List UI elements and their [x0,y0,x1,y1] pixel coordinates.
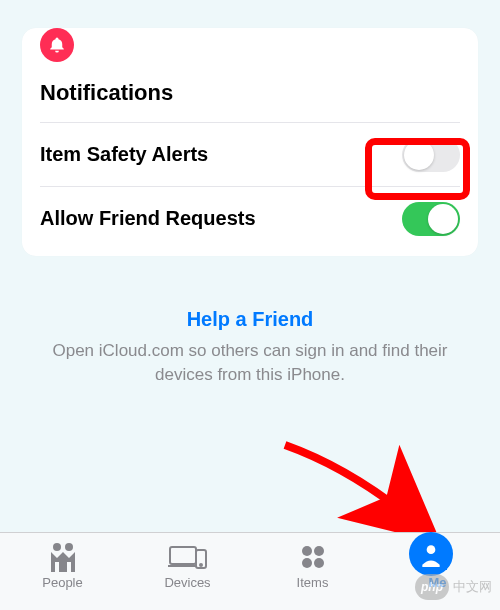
svg-rect-2 [170,547,196,564]
tab-people[interactable]: People [23,541,103,590]
notifications-card: Notifications Item Safety Alerts Allow F… [22,28,478,256]
svg-point-7 [314,546,324,556]
watermark-badge: php [415,574,449,600]
tab-label: Devices [164,575,210,590]
watermark: php 中文网 [415,574,492,600]
me-icon [424,541,452,573]
help-a-friend-link[interactable]: Help a Friend [187,308,314,331]
tab-devices[interactable]: Devices [148,541,228,590]
watermark-text: 中文网 [453,578,492,596]
row-allow-friend-requests: Allow Friend Requests [40,186,460,250]
svg-point-8 [302,558,312,568]
tab-label: People [42,575,82,590]
items-icon [300,541,326,573]
svg-point-0 [53,543,61,551]
toggle-knob [428,204,458,234]
people-icon [46,541,80,573]
svg-point-9 [314,558,324,568]
devices-icon [168,541,208,573]
row-label: Allow Friend Requests [40,207,256,230]
help-section: Help a Friend Open iCloud.com so others … [0,308,500,387]
bell-icon [40,28,74,62]
toggle-allow-friend-requests[interactable] [402,202,460,236]
tab-label: Items [297,575,329,590]
toggle-item-safety-alerts[interactable] [402,138,460,172]
svg-point-11 [433,549,442,558]
tab-items[interactable]: Items [273,541,353,590]
toggle-knob [404,140,434,170]
row-label: Item Safety Alerts [40,143,208,166]
row-item-safety-alerts: Item Safety Alerts [40,122,460,186]
svg-point-6 [302,546,312,556]
svg-point-1 [65,543,73,551]
red-arrow-annotation [275,440,445,545]
card-title: Notifications [40,80,460,122]
help-description: Open iCloud.com so others can sign in an… [28,339,472,387]
svg-point-5 [200,564,202,566]
